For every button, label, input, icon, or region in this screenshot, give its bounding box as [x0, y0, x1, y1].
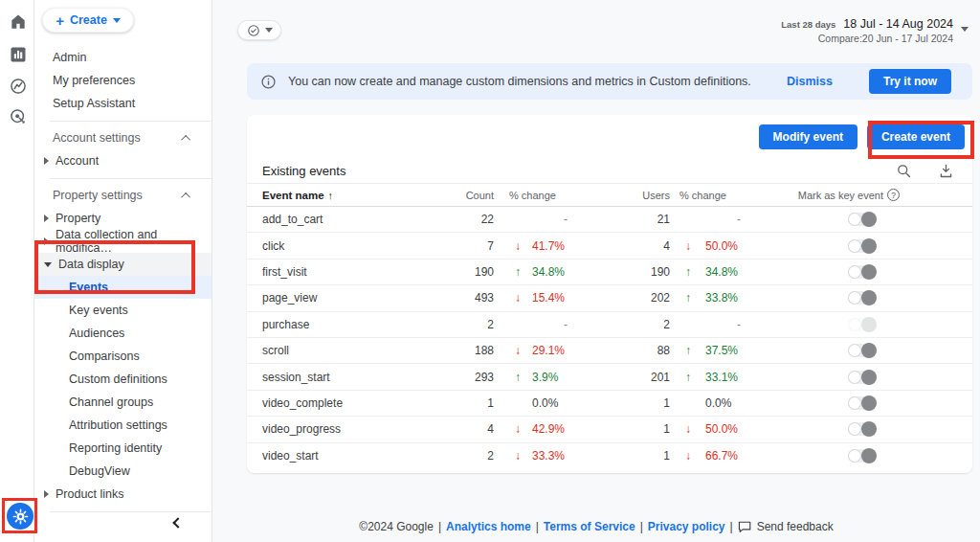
- sidebar-item-property[interactable]: Property: [34, 207, 212, 230]
- toggle-knob: [861, 212, 877, 227]
- trend-down-icon: ↓: [509, 291, 526, 305]
- sidebar-divider: [50, 178, 212, 179]
- key-event-toggle[interactable]: [848, 422, 877, 436]
- ga4-admin-events-page: + Create AdminMy preferencesSetup Assist…: [0, 0, 980, 542]
- chevron-right-icon: [44, 490, 49, 498]
- date-range-value: 18 Jul - 14 Aug 2024: [843, 17, 953, 31]
- key-event-toggle[interactable]: [848, 239, 877, 253]
- trend-up-icon: ↑: [679, 344, 697, 357]
- modify-event-button[interactable]: Modify event: [759, 124, 858, 149]
- main-content: Last 28 days 18 Jul - 14 Aug 2024 Compar…: [212, 0, 980, 542]
- sidebar-item-label: Events: [69, 281, 108, 294]
- chevron-right-icon: [44, 237, 49, 245]
- banner-message: You can now create and manage custom dim…: [288, 75, 751, 88]
- table-row-scroll: scroll188↓29.1%88↑37.5%: [247, 338, 972, 364]
- chevron-down-icon: [265, 28, 273, 33]
- data-quality-button[interactable]: [237, 20, 281, 40]
- count-cell: 2: [438, 318, 494, 331]
- key-event-toggle[interactable]: [848, 396, 877, 410]
- download-icon[interactable]: [936, 161, 955, 180]
- sidebar-item-label: Reporting identity: [69, 441, 162, 455]
- privacy-policy-link[interactable]: Privacy policy: [648, 520, 725, 533]
- reports-icon[interactable]: [9, 45, 28, 64]
- trend-up-icon: ↑: [509, 371, 526, 384]
- column-count-change[interactable]: % change: [509, 190, 599, 201]
- create-button[interactable]: + Create: [42, 8, 134, 33]
- key-event-toggle[interactable]: [848, 449, 877, 463]
- users-cell: 190: [599, 265, 670, 279]
- count-change-cell: 33.3%: [532, 449, 599, 463]
- sidebar-item-reporting-identity[interactable]: Reporting identity: [34, 437, 212, 460]
- event-name-cell: first_visit: [247, 265, 438, 279]
- copyright-text: ©2024 Google: [359, 520, 434, 533]
- analytics-home-link[interactable]: Analytics home: [446, 520, 531, 533]
- sidebar-item-label: Custom definitions: [69, 373, 167, 386]
- sidebar-item-data-display[interactable]: Data display: [34, 253, 212, 276]
- key-event-toggle[interactable]: [848, 344, 877, 357]
- sidebar-item-property-settings[interactable]: Property settings: [34, 184, 212, 207]
- help-icon[interactable]: ?: [887, 189, 900, 201]
- advertising-icon[interactable]: [9, 107, 28, 126]
- users-change-cell: 33.1%: [705, 371, 772, 384]
- event-name-cell: video_start: [247, 449, 438, 463]
- trend-down-icon: ↓: [509, 239, 526, 253]
- sidebar-item-data-collection-and-modifica[interactable]: Data collection and modifica…: [34, 230, 212, 253]
- toggle-cell: [848, 422, 877, 436]
- toggle-knob: [861, 395, 877, 411]
- create-event-button[interactable]: Create event: [867, 124, 965, 149]
- try-it-now-button[interactable]: Try it now: [869, 69, 951, 94]
- sidebar-item-account[interactable]: Account: [34, 149, 212, 172]
- sidebar-item-label: Account: [56, 154, 99, 168]
- admin-sidebar: + Create AdminMy preferencesSetup Assist…: [34, 0, 212, 542]
- sidebar-item-events[interactable]: Events: [34, 276, 212, 299]
- key-event-toggle[interactable]: [848, 265, 877, 279]
- sidebar-item-comparisons[interactable]: Comparisons: [34, 345, 212, 368]
- sidebar-item-admin[interactable]: Admin: [34, 46, 212, 69]
- home-icon[interactable]: [9, 12, 28, 32]
- count-cell: 188: [438, 344, 494, 357]
- column-users-change[interactable]: % change: [679, 190, 772, 201]
- toggle-thumb: [848, 318, 861, 331]
- column-users[interactable]: Users: [599, 190, 670, 201]
- admin-gear-icon[interactable]: [7, 503, 33, 530]
- column-key-event: Mark as key event?: [772, 189, 972, 201]
- key-event-toggle[interactable]: [848, 371, 877, 384]
- date-range-picker[interactable]: Last 28 days 18 Jul - 14 Aug 2024 Compar…: [781, 17, 953, 44]
- chevron-down-icon[interactable]: [961, 27, 969, 32]
- users-cell: 202: [599, 291, 670, 305]
- sidebar-item-audiences[interactable]: Audiences: [34, 322, 212, 345]
- sidebar-item-setup-assistant[interactable]: Setup Assistant: [34, 92, 212, 115]
- sidebar-item-product-links[interactable]: Product links: [34, 483, 212, 506]
- sidebar-item-key-events[interactable]: Key events: [34, 299, 212, 322]
- toggle-cell: [848, 344, 877, 357]
- sidebar-item-attribution-settings[interactable]: Attribution settings: [34, 414, 212, 437]
- sidebar-item-label: Account settings: [53, 131, 141, 145]
- toggle-thumb: [848, 265, 861, 279]
- send-feedback-button[interactable]: Send feedback: [738, 520, 834, 533]
- sidebar-item-account-settings[interactable]: Account settings: [34, 126, 212, 149]
- sidebar-item-label: Setup Assistant: [53, 97, 135, 110]
- sidebar-item-debugview[interactable]: DebugView: [34, 460, 212, 483]
- search-icon[interactable]: [894, 161, 913, 180]
- toggle-cell: [848, 213, 877, 226]
- toggle-knob: [861, 317, 877, 332]
- sidebar-item-channel-groups[interactable]: Channel groups: [34, 391, 212, 414]
- users-cell: 1: [599, 396, 670, 410]
- terms-of-service-link[interactable]: Terms of Service: [544, 520, 635, 533]
- sidebar-item-my-preferences[interactable]: My preferences: [34, 69, 212, 92]
- count-change-cell: 3.9%: [532, 371, 599, 384]
- sidebar-divider: [50, 511, 212, 512]
- explore-icon[interactable]: [9, 77, 28, 96]
- key-event-toggle[interactable]: [848, 291, 877, 305]
- sidebar-item-custom-definitions[interactable]: Custom definitions: [34, 368, 212, 391]
- trend-down-icon: ↓: [679, 239, 697, 253]
- trend-up-icon: ↑: [679, 291, 697, 305]
- column-event-name[interactable]: Event name↑: [247, 190, 438, 201]
- column-count[interactable]: Count: [438, 190, 494, 201]
- date-compare-value: Compare:20 Jun - 17 Jul 2024: [781, 33, 953, 44]
- toggle-thumb: [848, 239, 861, 253]
- collapse-sidebar-button[interactable]: [168, 513, 188, 532]
- key-event-toggle[interactable]: [848, 213, 877, 226]
- trend-down-icon: ↓: [509, 422, 526, 436]
- dismiss-button[interactable]: Dismiss: [787, 75, 833, 88]
